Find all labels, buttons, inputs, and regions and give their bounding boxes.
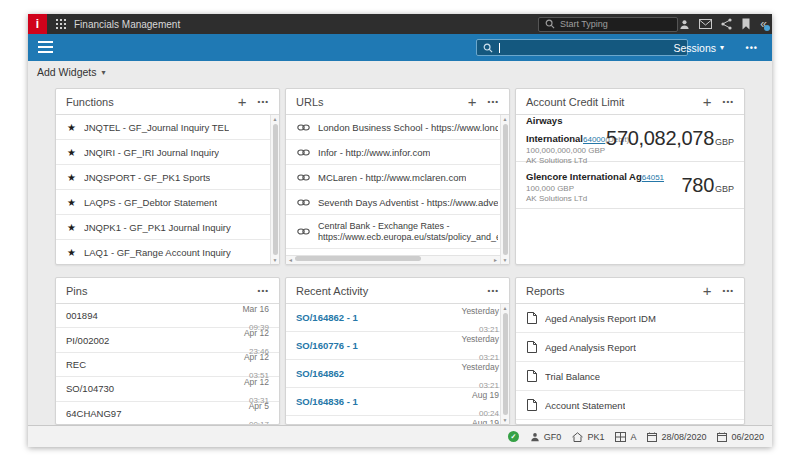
status-operator[interactable]: GF0 [530, 432, 562, 442]
notification-dot [764, 25, 770, 31]
share-icon[interactable] [721, 18, 732, 30]
scrollbar-thumb[interactable] [273, 124, 278, 255]
vertical-scrollbar[interactable]: ▲ ▼ [270, 115, 279, 264]
widget-menu-icon[interactable]: ••• [723, 97, 734, 106]
link-icon [297, 123, 310, 132]
list-item[interactable]: ★ JNQIRI - GF_IRI Journal Inquiry [56, 140, 279, 165]
list-item[interactable]: ★ LAQ1 - GF_Range Account Inquiry [56, 240, 279, 264]
document-link[interactable]: SO/164862 [296, 368, 344, 379]
function-label: JNQSPORT - GF_PK1 Sports [84, 172, 210, 183]
scroll-right-icon[interactable]: ► [493, 256, 498, 264]
status-date[interactable]: 28/08/2020 [647, 432, 706, 442]
widget-header: URLs + ••• [286, 89, 509, 115]
function-label: JNQTEL - GF_Journal Inquiry TEL [84, 122, 229, 133]
list-item[interactable]: ★ JNQSPORT - GF_PK1 Sports [56, 165, 279, 190]
scroll-left-icon[interactable]: ◄ [288, 256, 293, 264]
scroll-up-icon[interactable]: ▲ [503, 304, 508, 312]
status-bar: ✓ GF0 PK1 A 28/08/2020 06/2020 [28, 425, 772, 447]
infor-logo[interactable]: i [28, 14, 47, 34]
list-item[interactable]: ★ LAQPS - GF_Debtor Statement [56, 190, 279, 215]
sessions-dropdown[interactable]: Sessions ▾ [673, 34, 724, 61]
report-item[interactable]: Aged Analysis Report IDM [516, 304, 744, 333]
app-title: Financials Management [74, 19, 180, 30]
scrollbar-thumb[interactable] [295, 256, 421, 261]
more-options-icon[interactable]: ••• [746, 34, 758, 61]
menu-icon[interactable] [38, 41, 53, 56]
account-link[interactable]: 64000 [583, 135, 605, 144]
scroll-down-icon[interactable]: ▼ [503, 256, 508, 264]
ledger-icon [615, 432, 626, 442]
report-item[interactable]: Trial Balance [516, 362, 744, 391]
add-widgets-button[interactable]: Add Widgets ▾ [37, 66, 106, 78]
list-item[interactable]: Seventh Days Adventist - https://www.adv… [286, 190, 509, 215]
list-item[interactable]: MCLaren - http://www.mclaren.com [286, 165, 509, 190]
function-search-input[interactable] [476, 39, 688, 56]
vertical-scrollbar[interactable]: ▲ ▼ [500, 304, 509, 424]
status-period[interactable]: 06/2020 [717, 432, 764, 442]
global-search-input[interactable]: Start Typing [538, 17, 678, 32]
infor-logo-letter: i [36, 17, 39, 31]
calendar-icon [647, 432, 657, 442]
functions-list: ★ JNQTEL - GF_Journal Inquiry TEL ★ JNQI… [56, 115, 279, 264]
recent-item[interactable]: SO/164855 - 1 Aug 1900:24 [286, 416, 509, 424]
status-business-unit[interactable]: PK1 [572, 432, 604, 442]
list-item[interactable]: ★ JNQTEL - GF_Journal Inquiry TEL [56, 115, 279, 140]
list-item[interactable]: Central Bank - Exchange Rates - https://… [286, 215, 509, 249]
scrollbar-thumb[interactable] [503, 313, 508, 415]
activity-date: Aug 19 [472, 390, 499, 400]
collapse-panel-icon[interactable]: « [760, 19, 767, 29]
widget-menu-icon[interactable]: ••• [258, 286, 269, 295]
list-item[interactable]: Infor - http://www.infor.com [286, 140, 509, 165]
url-label: Infor - http://www.infor.com [318, 147, 430, 158]
balance-amount: 570,082,078 [606, 127, 714, 150]
report-item[interactable]: Account Statement [516, 391, 744, 420]
bookmark-icon[interactable] [741, 18, 751, 30]
list-item[interactable]: London Business School - https://www.lon… [286, 115, 509, 140]
add-icon[interactable]: + [703, 284, 712, 298]
add-icon[interactable]: + [238, 95, 247, 109]
function-label: LAQ1 - GF_Range Account Inquiry [84, 247, 231, 258]
check-icon: ✓ [508, 431, 519, 442]
widget-menu-icon[interactable]: ••• [258, 97, 269, 106]
scroll-down-icon[interactable]: ▼ [273, 256, 278, 264]
widget-menu-icon[interactable]: ••• [488, 286, 499, 295]
widget-title: Account Credit Limit [526, 96, 703, 108]
add-icon[interactable]: + [468, 95, 477, 109]
pin-item[interactable]: SO/104730 Apr 1203:31 [56, 377, 279, 401]
scroll-up-icon[interactable]: ▲ [273, 115, 278, 123]
scroll-down-icon[interactable]: ▼ [503, 416, 508, 424]
scrollbar-thumb[interactable] [503, 124, 508, 255]
vertical-scrollbar[interactable]: ▲ ▼ [500, 115, 509, 264]
report-item[interactable]: Aged Analysis Report [516, 333, 744, 362]
horizontal-scrollbar[interactable]: ◄ ► [286, 255, 500, 264]
widget-menu-icon[interactable]: ••• [723, 286, 734, 295]
dashboard-content: Add Widgets ▾ Functions + ••• ★ JNQTEL -… [28, 61, 772, 425]
document-link[interactable]: SO/160776 - 1 [296, 340, 358, 351]
report-label: Account Statement [545, 400, 625, 411]
app-switcher-icon[interactable] [56, 19, 66, 29]
pin-time: 00:17 [249, 420, 269, 424]
report-label: Aged Analysis Report IDM [545, 313, 656, 324]
widget-header: Pins ••• [56, 278, 279, 304]
widget-account-credit-limit: Account Credit Limit + ••• Airways Inter… [515, 88, 745, 265]
pins-list: 001894 Mar 1609:39 PI/002002 Apr 1223:46… [56, 304, 279, 424]
function-label: JNQIRI - GF_IRI Journal Inquiry [84, 147, 219, 158]
add-icon[interactable]: + [703, 95, 712, 109]
account-link[interactable]: 64051 [642, 173, 664, 182]
credit-row[interactable]: Airways International64000(Debit) 100,00… [516, 115, 744, 162]
scroll-up-icon[interactable]: ▲ [503, 115, 508, 123]
document-link[interactable]: SO/164836 - 1 [296, 396, 358, 407]
document-link[interactable]: SO/164862 - 1 [296, 312, 358, 323]
credit-row[interactable]: Glencore International Ag64051 100,000 G… [516, 162, 744, 209]
pin-date: Apr 5 [249, 401, 269, 411]
user-icon[interactable] [679, 19, 690, 30]
accounting-period: 06/2020 [731, 432, 764, 442]
widget-title: Recent Activity [296, 285, 488, 297]
credit-list: Airways International64000(Debit) 100,00… [516, 115, 744, 264]
star-icon: ★ [67, 122, 76, 133]
link-icon [297, 227, 310, 236]
status-ledger[interactable]: A [615, 432, 636, 442]
list-item[interactable]: ★ JNQPK1 - GF_PK1 Journal Inquiry [56, 215, 279, 240]
widget-menu-icon[interactable]: ••• [488, 97, 499, 106]
mail-icon[interactable] [699, 19, 712, 29]
